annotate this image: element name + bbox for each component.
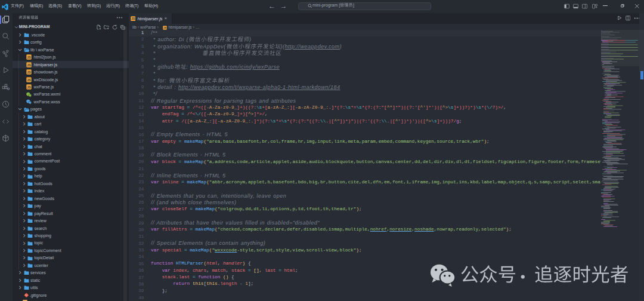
svg-text:JS: JS [27,70,31,74]
svg-text:JS: JS [131,17,135,20]
svg-text:JS: JS [27,63,31,66]
svg-text:JS: JS [163,26,166,29]
svg-text:JS: JS [27,85,31,89]
svg-text:JS: JS [27,78,31,81]
svg-text:JS: JS [27,56,31,59]
